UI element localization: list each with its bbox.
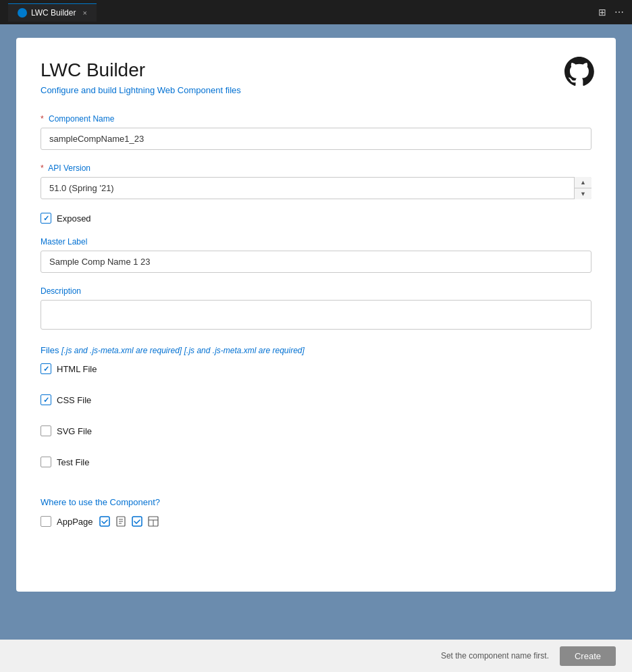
svg-rect-0 (100, 517, 109, 526)
spinner-arrows: ▲ ▼ (574, 177, 591, 199)
svg-rect-5 (132, 517, 142, 526)
where-section: Where to use the Component? AppPage (41, 497, 591, 530)
split-editor-icon[interactable]: ⊞ (598, 7, 606, 18)
spinner-up-button[interactable]: ▲ (575, 177, 591, 188)
required-star: * (41, 114, 44, 124)
svg-file-row: SVG File (41, 425, 591, 436)
master-label-input[interactable] (41, 251, 591, 273)
where-heading: Where to use the Component? (41, 497, 591, 507)
app-title: LWC Builder (41, 59, 591, 81)
api-version-input[interactable] (41, 177, 591, 199)
apppage-checked-icon[interactable] (99, 515, 111, 527)
create-button[interactable]: Create (560, 646, 616, 666)
files-checkbox-list: ✓ HTML File ✓ CSS File SVG File (41, 363, 591, 481)
files-required-note: [.js and .js-meta.xml are required] (61, 346, 182, 355)
tab-icon (18, 8, 27, 18)
master-label-label: Master Label (41, 237, 591, 247)
exposed-checkmark: ✓ (43, 214, 49, 223)
description-label: Description (41, 286, 591, 296)
apppage-page-icon[interactable] (115, 515, 127, 527)
lwc-builder-tab[interactable]: LWC Builder × (8, 3, 97, 22)
tab-label: LWC Builder (31, 8, 76, 18)
main-area: LWC Builder Configure and build Lightnin… (0, 24, 632, 640)
css-file-checkbox[interactable]: ✓ (41, 394, 51, 405)
apppage-checkbox[interactable] (41, 516, 51, 527)
apppage-label: AppPage (57, 517, 93, 527)
svg-file-label: SVG File (57, 426, 92, 436)
css-file-label: CSS File (57, 395, 91, 405)
master-label-field: Master Label (41, 237, 591, 273)
test-file-label: Test File (57, 457, 89, 467)
test-file-checkbox[interactable] (41, 457, 51, 467)
component-name-input[interactable] (41, 128, 591, 150)
api-version-field: * API Version ▲ ▼ (41, 163, 591, 199)
html-file-label: HTML File (57, 364, 97, 374)
html-file-checkbox[interactable]: ✓ (41, 363, 51, 374)
titlebar: LWC Builder × ⊞ ⋯ (0, 0, 632, 24)
test-file-row: Test File (41, 457, 591, 467)
description-input[interactable] (41, 300, 591, 330)
apppage-checked-icon2[interactable] (131, 515, 143, 527)
close-tab-button[interactable]: × (82, 9, 86, 17)
app-subtitle: Configure and build Lightning Web Compon… (41, 85, 591, 95)
bottom-bar: Set the component name first. Create (0, 640, 632, 672)
component-name-label: * Component Name (41, 114, 591, 124)
api-version-label: * API Version (41, 163, 591, 173)
css-file-row: ✓ CSS File (41, 394, 591, 405)
spinner-down-button[interactable]: ▼ (575, 188, 591, 199)
component-name-field: * Component Name (41, 114, 591, 150)
description-field: Description (41, 286, 591, 332)
more-actions-icon[interactable]: ⋯ (614, 7, 624, 18)
apppage-row: AppPage (41, 515, 591, 530)
files-heading: Files [.js and .js-meta.xml are required… (41, 345, 591, 355)
svg-file-checkbox[interactable] (41, 425, 51, 436)
apppage-layout-icon[interactable] (147, 515, 159, 527)
exposed-label: Exposed (57, 213, 91, 224)
titlebar-actions: ⊞ ⋯ (598, 7, 624, 18)
github-icon[interactable] (564, 57, 594, 86)
bottom-hint: Set the component name first. (441, 651, 549, 661)
exposed-checkbox[interactable]: ✓ (41, 213, 51, 224)
api-required-star: * (41, 163, 44, 173)
exposed-checkbox-row: ✓ Exposed (41, 213, 591, 224)
form-card: LWC Builder Configure and build Lightnin… (16, 38, 616, 592)
api-version-spinner: ▲ ▼ (41, 177, 591, 199)
html-file-row: ✓ HTML File (41, 363, 591, 374)
apppage-icon-group (99, 515, 159, 527)
files-section: Files [.js and .js-meta.xml are required… (41, 345, 591, 481)
